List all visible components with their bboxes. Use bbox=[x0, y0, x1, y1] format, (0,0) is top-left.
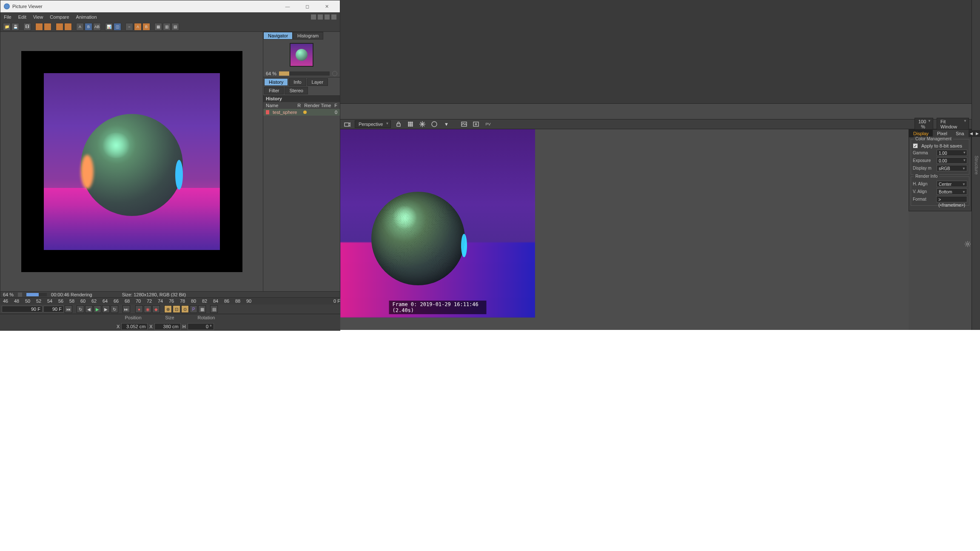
compare-ab-icon[interactable]: AB bbox=[93, 23, 101, 31]
nav-zoom-slider[interactable] bbox=[279, 71, 330, 76]
menu-animation[interactable]: Animation bbox=[76, 14, 97, 20]
tab-layer[interactable]: Layer bbox=[307, 78, 328, 86]
compare-a-icon[interactable]: A bbox=[76, 23, 84, 31]
zoom-out-icon[interactable]: − bbox=[125, 23, 133, 31]
format-field[interactable]: > (<frametime>) bbox=[936, 196, 967, 202]
film-icon[interactable]: 🎞 bbox=[23, 23, 31, 31]
rotation-h-field[interactable]: 0 ° bbox=[188, 323, 214, 330]
layer-icon[interactable] bbox=[56, 23, 63, 31]
panel-icon[interactable] bbox=[331, 14, 336, 20]
menu-file[interactable]: File bbox=[4, 14, 11, 20]
position-x-field[interactable]: 3.052 cm bbox=[121, 323, 148, 330]
key-param-icon[interactable]: P bbox=[190, 305, 197, 313]
status-handle-icon[interactable] bbox=[18, 293, 22, 297]
autokey-icon[interactable]: ◉ bbox=[144, 305, 151, 313]
zoom-100-icon[interactable]: B bbox=[142, 23, 150, 31]
color-management-group: Color Management ✓ Apply to 8-bit saves … bbox=[911, 139, 969, 175]
halign-dropdown[interactable]: Center bbox=[937, 181, 967, 187]
goto-start-icon[interactable]: ⏮ bbox=[65, 305, 72, 313]
compare-b-icon[interactable]: B bbox=[85, 23, 92, 31]
ruler-tick: 66 bbox=[112, 298, 120, 304]
histogram-icon[interactable]: 📊 bbox=[105, 23, 113, 31]
tab-prev-icon[interactable]: ◀ bbox=[969, 130, 974, 137]
key-scale-icon[interactable]: ⊡ bbox=[173, 305, 180, 313]
save-icon[interactable]: 💾 bbox=[11, 23, 19, 31]
rgb-icon[interactable] bbox=[35, 23, 43, 31]
grid-icon[interactable] bbox=[406, 120, 415, 128]
ruler-tick: 86 bbox=[223, 298, 231, 304]
filter3-icon[interactable]: ▤ bbox=[171, 23, 179, 31]
minimize-icon[interactable]: — bbox=[278, 0, 297, 12]
tab-navigator[interactable]: Navigator bbox=[263, 32, 293, 40]
pv-icon[interactable]: PV bbox=[484, 120, 492, 128]
tab-next-icon[interactable]: ▶ bbox=[974, 130, 980, 137]
menu-edit[interactable]: Edit bbox=[18, 14, 26, 20]
tab-filter[interactable]: Filter bbox=[264, 87, 284, 94]
apply-8bit-label: Apply to 8-bit saves bbox=[921, 143, 962, 148]
camera-dropdown[interactable]: Perspective bbox=[355, 120, 391, 128]
image-icon[interactable] bbox=[460, 120, 468, 128]
key-icon[interactable]: ◆ bbox=[152, 305, 160, 313]
step-back-icon[interactable]: ◀ bbox=[85, 305, 93, 313]
key-anim-icon[interactable]: ▦ bbox=[198, 305, 206, 313]
viewport-zoom[interactable]: 100 % bbox=[914, 118, 933, 131]
record-icon[interactable]: ● bbox=[135, 305, 143, 313]
size-x-field[interactable]: 380 cm bbox=[154, 323, 181, 330]
tab-history[interactable]: History bbox=[264, 78, 288, 86]
lock-icon[interactable] bbox=[394, 120, 403, 128]
svg-point-6 bbox=[410, 124, 411, 125]
open-icon[interactable]: 📁 bbox=[3, 23, 11, 31]
apply-8bit-checkbox[interactable]: ✓ bbox=[913, 143, 918, 148]
panel-icon[interactable] bbox=[311, 14, 316, 20]
structure-tab-vertical[interactable]: Structure bbox=[971, 0, 980, 330]
menu-compare[interactable]: Compare bbox=[50, 14, 69, 20]
history-columns: Name R Render Time F bbox=[263, 102, 340, 109]
gear-icon[interactable] bbox=[964, 240, 971, 248]
loop-icon[interactable]: ↻ bbox=[77, 305, 84, 313]
navigator-thumbnail[interactable] bbox=[290, 43, 313, 67]
play-icon[interactable]: ▶ bbox=[94, 305, 101, 313]
camera-plus-icon[interactable] bbox=[343, 120, 351, 128]
goto-end-icon[interactable]: ⏭ bbox=[122, 305, 130, 313]
tab-stereo[interactable]: Stereo bbox=[285, 87, 308, 94]
image-plus-icon[interactable] bbox=[472, 120, 480, 128]
tab-info[interactable]: Info bbox=[289, 78, 306, 86]
render-canvas[interactable] bbox=[0, 32, 263, 291]
titlebar[interactable]: Picture Viewer — ◻ ✕ bbox=[0, 0, 340, 12]
valign-dropdown[interactable]: Bottom bbox=[937, 188, 967, 195]
tab-snap[interactable]: Sna bbox=[952, 130, 969, 137]
panel-icon[interactable] bbox=[318, 14, 323, 20]
gamma-field[interactable]: 1.00 bbox=[937, 150, 967, 156]
maximize-icon[interactable]: ◻ bbox=[297, 0, 317, 12]
nav-zoom-reset-icon[interactable] bbox=[332, 71, 337, 76]
snowflake-icon[interactable] bbox=[418, 120, 427, 128]
loop-fwd-icon[interactable]: ↻ bbox=[111, 305, 118, 313]
status-progress[interactable] bbox=[26, 293, 47, 296]
filter2-icon[interactable]: ▥ bbox=[163, 23, 171, 31]
navigator-toggle-icon[interactable]: ◫ bbox=[114, 23, 121, 31]
frame-ruler[interactable]: 46 48 50 52 54 56 58 60 62 64 66 68 70 7… bbox=[0, 298, 340, 304]
fit-dropdown[interactable]: Fit Window bbox=[937, 118, 969, 131]
ruler-tick: 78 bbox=[179, 298, 186, 304]
ruler-tick: 90 bbox=[245, 298, 253, 304]
circle-icon[interactable] bbox=[430, 120, 439, 128]
key-pos-icon[interactable]: ⊕ bbox=[164, 305, 172, 313]
step-fwd-icon[interactable]: ▶ bbox=[102, 305, 110, 313]
exposure-field[interactable]: 0.00 bbox=[937, 157, 967, 164]
layout-icon[interactable]: ▤ bbox=[210, 305, 218, 313]
tab-histogram[interactable]: Histogram bbox=[293, 32, 323, 40]
end-frame-field[interactable]: 90 F bbox=[43, 306, 64, 312]
key-rot-icon[interactable]: ⊙ bbox=[181, 305, 189, 313]
alpha-icon[interactable] bbox=[44, 23, 51, 31]
panel-icon[interactable] bbox=[325, 14, 330, 20]
zoom-fit-icon[interactable]: A bbox=[134, 23, 142, 31]
start-frame-field[interactable]: 90 F bbox=[2, 306, 43, 312]
filter-icon[interactable]: ▦ bbox=[154, 23, 162, 31]
dropdown-caret-icon[interactable]: ▼ bbox=[442, 120, 450, 128]
multilayer-icon[interactable] bbox=[64, 23, 72, 31]
close-icon[interactable]: ✕ bbox=[317, 0, 336, 12]
secondary-render-view[interactable]: Frame 0: 2019-01-29 16:11:46 (2.40s) bbox=[340, 129, 535, 318]
menu-view[interactable]: View bbox=[33, 14, 43, 20]
history-row[interactable]: test_sphere 0 bbox=[263, 109, 340, 116]
display-mode-dropdown[interactable]: sRGB bbox=[937, 165, 967, 171]
